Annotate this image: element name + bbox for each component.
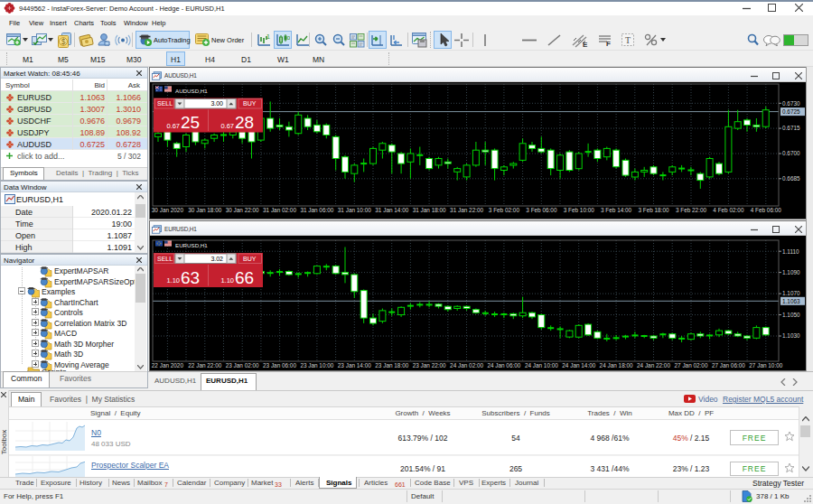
svg-text:31 Jan 10:00: 31 Jan 10:00: [338, 207, 371, 213]
svg-text:0.67: 0.67: [220, 122, 234, 130]
svg-text:22 Jan 22:00: 22 Jan 22:00: [188, 362, 221, 369]
svg-text:31 Jan 18:00: 31 Jan 18:00: [413, 207, 446, 213]
svg-text:1.1070: 1.1070: [782, 290, 800, 296]
svg-text:27 Jan 02:00: 27 Jan 02:00: [675, 362, 708, 369]
svg-text:30 Jan 18:00: 30 Jan 18:00: [188, 207, 221, 213]
svg-text:0.6730: 0.6730: [782, 100, 800, 107]
svg-text:1.1063: 1.1063: [782, 298, 800, 304]
svg-text:3 Feb 18:00: 3 Feb 18:00: [638, 207, 669, 213]
svg-text:0.67: 0.67: [166, 122, 180, 130]
svg-text:24 Jan 14:00: 24 Jan 14:00: [562, 362, 595, 369]
svg-text:24 Jan 18:00: 24 Jan 18:00: [600, 362, 633, 369]
svg-text:24 Jan 06:00: 24 Jan 06:00: [487, 362, 520, 369]
svg-text:31 Jan 14:00: 31 Jan 14:00: [375, 207, 408, 213]
svg-text:23 Jan 06:00: 23 Jan 06:00: [263, 362, 296, 369]
svg-text:24 Jan 10:00: 24 Jan 10:00: [525, 362, 558, 369]
svg-text:23 Jan 14:00: 23 Jan 14:00: [338, 362, 371, 369]
svg-text:o: o: [287, 34, 291, 41]
svg-text:1.10: 1.10: [220, 276, 234, 285]
svg-text:3.00: 3.00: [210, 100, 223, 107]
svg-text:24 Jan 22:00: 24 Jan 22:00: [637, 362, 670, 369]
svg-text:3 Feb 06:00: 3 Feb 06:00: [526, 207, 557, 213]
svg-text:22 Jan 2020: 22 Jan 2020: [152, 362, 184, 369]
svg-text:3 Feb 14:00: 3 Feb 14:00: [601, 207, 632, 213]
svg-text:23 Jan 18:00: 23 Jan 18:00: [375, 362, 408, 369]
svg-text:BUY: BUY: [243, 256, 257, 262]
svg-text:F: F: [606, 40, 611, 47]
svg-text:0.6700: 0.6700: [782, 150, 800, 156]
svg-text:1.10: 1.10: [166, 276, 180, 285]
svg-text:E: E: [583, 41, 588, 48]
svg-text:$: $: [61, 37, 66, 46]
svg-text:AUDUSD,H1: AUDUSD,H1: [175, 88, 208, 94]
svg-text:4 Feb 06:00: 4 Feb 06:00: [751, 207, 782, 213]
svg-text:27 Jan 10:00: 27 Jan 10:00: [749, 362, 782, 369]
svg-text:SELL: SELL: [157, 256, 173, 262]
svg-text:3 Feb 22:00: 3 Feb 22:00: [676, 207, 707, 213]
svg-text:30 Jan 2020: 30 Jan 2020: [152, 207, 184, 213]
svg-text:24 Jan 02:00: 24 Jan 02:00: [450, 362, 483, 369]
svg-text:1.1110: 1.1110: [782, 248, 799, 255]
svg-text:30 Jan 22:00: 30 Jan 22:00: [226, 207, 259, 213]
svg-text:4 Feb 02:00: 4 Feb 02:00: [713, 207, 744, 213]
svg-text:23 Jan 02:00: 23 Jan 02:00: [226, 362, 259, 369]
svg-text:23 Jan 10:00: 23 Jan 10:00: [300, 362, 333, 369]
svg-text:25: 25: [181, 113, 200, 132]
svg-text:0.6715: 0.6715: [782, 125, 800, 131]
svg-text:27 Jan 06:00: 27 Jan 06:00: [712, 362, 745, 369]
svg-text:3 Feb 10:00: 3 Feb 10:00: [564, 207, 595, 213]
svg-text:T: T: [625, 35, 631, 45]
svg-text:1: 1: [266, 33, 270, 40]
svg-text:EURUSD,H1: EURUSD,H1: [175, 242, 208, 248]
svg-text:1.1050: 1.1050: [782, 312, 800, 318]
svg-text:BUY: BUY: [243, 100, 257, 107]
svg-text:0.6725: 0.6725: [782, 108, 800, 115]
svg-text:31 Jan 02:00: 31 Jan 02:00: [263, 207, 296, 213]
svg-text:63: 63: [181, 268, 200, 287]
svg-text:28: 28: [235, 113, 254, 132]
svg-text:3 Feb 02:00: 3 Feb 02:00: [489, 207, 520, 213]
svg-text:1.1030: 1.1030: [782, 332, 800, 339]
svg-text:SELL: SELL: [157, 100, 173, 107]
svg-text:0.6685: 0.6685: [782, 175, 800, 182]
svg-text:23 Jan 22:00: 23 Jan 22:00: [413, 362, 446, 369]
svg-text:31 Jan 22:00: 31 Jan 22:00: [450, 207, 483, 213]
svg-text:66: 66: [235, 268, 254, 287]
svg-text:3.02: 3.02: [210, 256, 223, 262]
svg-text:1.1090: 1.1090: [782, 269, 800, 275]
svg-text:31 Jan 06:00: 31 Jan 06:00: [300, 207, 333, 213]
